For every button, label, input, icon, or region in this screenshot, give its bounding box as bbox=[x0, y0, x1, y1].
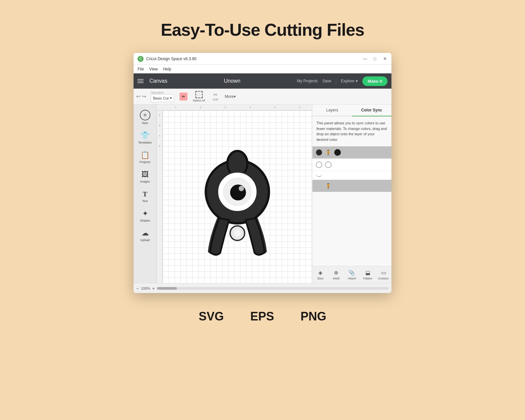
layer-figure-icon-2: 🧍 bbox=[325, 183, 332, 189]
minimize-button[interactable]: — bbox=[362, 56, 368, 61]
sidebar-item-shapes[interactable]: ✦ Shapes bbox=[134, 207, 156, 225]
bottom-panel: ◈ Slice ⊕ Weld 📎 Attach ⬓ Flatten ▭ C bbox=[312, 266, 391, 283]
operation-label: Operation bbox=[151, 91, 164, 94]
layer-row[interactable]: 🧍 bbox=[312, 147, 391, 159]
tab-color-sync[interactable]: Color Sync bbox=[352, 105, 392, 116]
secondary-toolbar: ↩ ↪ Operation Basic Cut ▾ ✏ ⬚ Select All… bbox=[134, 89, 391, 105]
menu-bar: File View Help bbox=[134, 65, 391, 73]
menu-view[interactable]: View bbox=[149, 67, 158, 71]
select-all-group: ⬚ Select All bbox=[193, 91, 205, 102]
canvas-area[interactable]: 1 2 3 4 5 6 2 3 4 5 bbox=[157, 105, 312, 283]
redo-button[interactable]: ↪ bbox=[142, 93, 146, 100]
weld-tool[interactable]: ⊕ Weld bbox=[328, 266, 344, 283]
sidebar-item-new[interactable]: + New bbox=[134, 107, 156, 127]
tab-layers[interactable]: Layers bbox=[312, 105, 352, 116]
canvas-scrollbar[interactable] bbox=[157, 287, 389, 290]
images-icon: 🖼 bbox=[141, 170, 149, 179]
sidebar-new-label: New bbox=[142, 121, 148, 125]
upload-icon: ☁ bbox=[141, 229, 149, 237]
project-name: Unown bbox=[224, 78, 240, 84]
toolbar-center: Unown bbox=[171, 78, 294, 84]
toolbar-right: My Projects Save Explore ▾ Make It bbox=[297, 76, 387, 86]
layer-dot bbox=[334, 149, 341, 156]
maximize-button[interactable]: □ bbox=[372, 56, 378, 61]
close-button[interactable]: ✕ bbox=[382, 56, 387, 61]
zoom-out-button[interactable]: − bbox=[136, 286, 139, 291]
sidebar-projects-label: Projects bbox=[140, 160, 150, 164]
left-sidebar: + New 👕 Templates 📋 Projects 🖼 Images T … bbox=[134, 105, 157, 283]
layer-color-swatch bbox=[316, 149, 322, 156]
svg-point-6 bbox=[230, 185, 246, 200]
ruler-mark-6: 6 bbox=[287, 106, 312, 109]
sidebar-item-templates[interactable]: 👕 Templates bbox=[134, 129, 156, 147]
zoom-in-button[interactable]: + bbox=[152, 286, 155, 291]
layer-outline-swatch bbox=[325, 161, 332, 168]
new-circle-icon: + bbox=[140, 110, 150, 120]
edit-group: ✂ Edit bbox=[213, 92, 218, 101]
svg-point-9 bbox=[234, 230, 241, 236]
file-type-eps: EPS bbox=[250, 310, 274, 323]
menu-file[interactable]: File bbox=[138, 67, 144, 71]
layer-rows: 🧍 🧍 bbox=[312, 147, 391, 266]
layer-row[interactable] bbox=[312, 159, 391, 171]
panel-tabs: Layers Color Sync bbox=[312, 105, 391, 116]
flatten-tool[interactable]: ⬓ Flatten bbox=[360, 266, 376, 283]
select-all-icon[interactable]: ⬚ bbox=[195, 91, 203, 98]
contour-tool[interactable]: ▭ Contour bbox=[376, 266, 391, 283]
edit-icon[interactable]: ✂ bbox=[213, 92, 218, 98]
ruler-mark-2: 2 bbox=[188, 106, 213, 109]
explore-button[interactable]: Explore ▾ bbox=[341, 79, 358, 83]
sidebar-templates-label: Templates bbox=[138, 141, 152, 144]
canvas-bottom-bar: − 100% + bbox=[134, 283, 391, 293]
pen-color-button[interactable]: ✏ bbox=[180, 93, 187, 101]
attach-tool[interactable]: 📎 Attach bbox=[344, 266, 360, 283]
menu-help[interactable]: Help bbox=[163, 67, 171, 71]
text-icon: T bbox=[142, 190, 147, 198]
flatten-icon: ⬓ bbox=[365, 270, 370, 276]
layer-spacer bbox=[316, 183, 322, 189]
undo-button[interactable]: ↩ bbox=[136, 93, 141, 100]
sidebar-item-projects[interactable]: 📋 Projects bbox=[134, 148, 156, 166]
file-type-svg: SVG bbox=[199, 310, 224, 323]
cricut-logo: C bbox=[138, 56, 143, 62]
sidebar-item-images[interactable]: 🖼 Images bbox=[134, 168, 156, 186]
toolbar-divider bbox=[336, 78, 336, 84]
layer-row[interactable]: 🧍 bbox=[312, 180, 391, 192]
ruler-mark-1: 1 bbox=[163, 106, 188, 109]
operation-select[interactable]: Basic Cut ▾ bbox=[151, 94, 174, 102]
contour-label: Contour bbox=[378, 277, 389, 280]
sidebar-upload-label: Upload bbox=[140, 238, 150, 242]
operation-group: Operation Basic Cut ▾ bbox=[151, 91, 174, 102]
sidebar-item-text[interactable]: T Text bbox=[134, 187, 156, 205]
monster-svg bbox=[191, 134, 284, 260]
page-title: Easy-To-Use Cutting Files bbox=[161, 20, 364, 40]
panel-description: This panel allows you to sync colors to … bbox=[312, 116, 391, 147]
sidebar-item-upload[interactable]: ☁ Upload bbox=[134, 226, 156, 244]
sidebar-text-label: Text bbox=[142, 199, 148, 203]
templates-icon: 👕 bbox=[141, 131, 149, 140]
more-button[interactable]: More▾ bbox=[225, 94, 236, 99]
slice-label: Slice bbox=[317, 277, 324, 280]
hamburger-menu[interactable] bbox=[138, 79, 143, 83]
select-all-label: Select All bbox=[193, 99, 205, 102]
ruler-mark-3: 3 bbox=[213, 106, 238, 109]
slice-icon: ◈ bbox=[318, 270, 322, 276]
scroll-thumb[interactable] bbox=[157, 287, 177, 290]
layer-row[interactable] bbox=[312, 171, 391, 180]
attach-icon: 📎 bbox=[348, 270, 355, 276]
sidebar-shapes-label: Shapes bbox=[140, 219, 150, 222]
my-projects-button[interactable]: My Projects bbox=[297, 79, 318, 83]
canvas-label: Canvas bbox=[149, 78, 167, 84]
main-content: + New 👕 Templates 📋 Projects 🖼 Images T … bbox=[134, 105, 391, 283]
sidebar-images-label: Images bbox=[140, 180, 150, 183]
title-bar-controls[interactable]: — □ ✕ bbox=[362, 56, 387, 61]
attach-label: Attach bbox=[348, 277, 356, 280]
layer-circle-outline bbox=[316, 161, 322, 168]
make-it-button[interactable]: Make It bbox=[362, 76, 387, 86]
flatten-label: Flatten bbox=[363, 277, 373, 280]
save-button[interactable]: Save bbox=[322, 79, 331, 83]
file-type-png: PNG bbox=[301, 310, 326, 323]
file-types: SVG EPS PNG bbox=[199, 310, 326, 323]
canvas-content bbox=[163, 110, 312, 283]
slice-tool[interactable]: ◈ Slice bbox=[312, 266, 328, 283]
